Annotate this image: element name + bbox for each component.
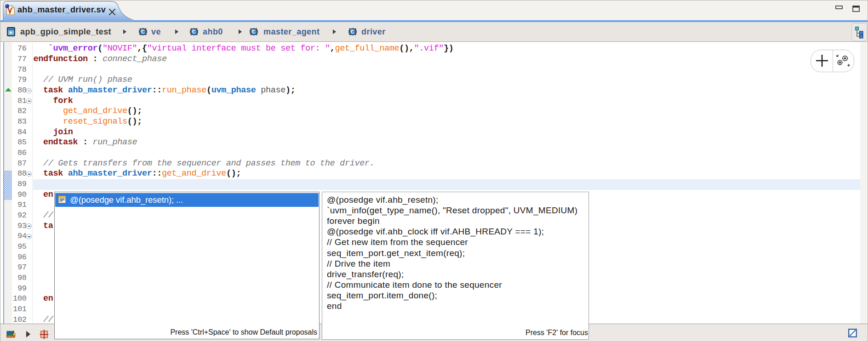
svg-text:C: C (141, 29, 145, 34)
svg-text:C: C (351, 29, 354, 34)
svg-text:C: C (252, 29, 256, 34)
svg-text:C: C (192, 29, 196, 34)
